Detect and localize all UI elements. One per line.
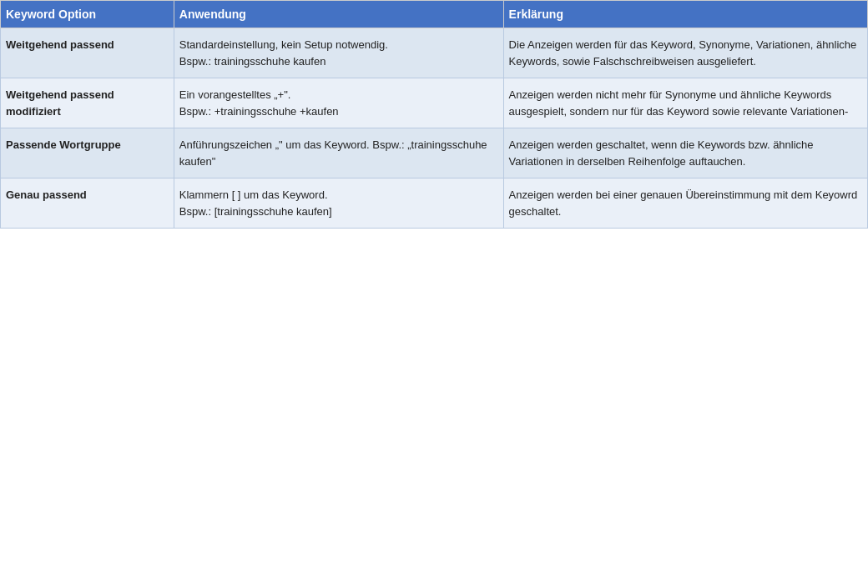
cell-keyword-option: Passende Wortgruppe: [1, 128, 174, 178]
keyword-options-table: Keyword Option Anwendung Erklärung Weitg…: [0, 0, 868, 229]
cell-keyword-option: Genau passend: [1, 178, 174, 229]
col-header-erklaerung: Erklärung: [503, 1, 867, 28]
cell-anwendung: Ein vorangestelltes „+". Bspw.: +trainin…: [174, 78, 503, 128]
table-row: Genau passendKlammern [ ] um das Keyword…: [1, 178, 868, 229]
col-header-keyword-option: Keyword Option: [1, 1, 174, 28]
cell-erklaerung: Anzeigen werden geschaltet, wenn die Key…: [503, 128, 867, 178]
table-row: Weitgehend passend modifiziertEin vorang…: [1, 78, 868, 128]
col-header-anwendung: Anwendung: [174, 1, 503, 28]
cell-anwendung: Anführungszeichen „" um das Keyword. Bsp…: [174, 128, 503, 178]
cell-erklaerung: Anzeigen werden bei einer genauen Überei…: [503, 178, 867, 229]
cell-keyword-option: Weitgehend passend modifiziert: [1, 78, 174, 128]
cell-anwendung: Klammern [ ] um das Keyword. Bspw.: [tra…: [174, 178, 503, 229]
table-row: Weitgehend passendStandardeinstellung, k…: [1, 28, 868, 78]
table-header-row: Keyword Option Anwendung Erklärung: [1, 1, 868, 28]
cell-anwendung: Standardeinstellung, kein Setup notwendi…: [174, 28, 503, 78]
cell-erklaerung: Anzeigen werden nicht mehr für Synonyme …: [503, 78, 867, 128]
table-row: Passende WortgruppeAnführungszeichen „" …: [1, 128, 868, 178]
cell-erklaerung: Die Anzeigen werden für das Keyword, Syn…: [503, 28, 867, 78]
cell-keyword-option: Weitgehend passend: [1, 28, 174, 78]
